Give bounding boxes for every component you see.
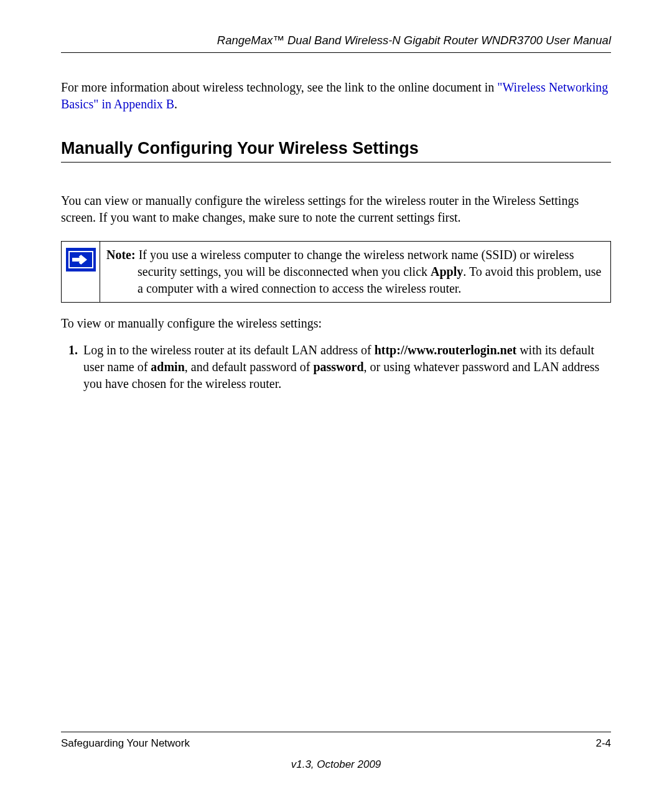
arrow-right-icon: [66, 248, 96, 271]
header-title: RangeMax™ Dual Band Wireless-N Gigabit R…: [217, 34, 611, 47]
footer-left: Safeguarding Your Network: [61, 737, 190, 750]
page-footer: Safeguarding Your Network 2-4 v1.3, Octo…: [61, 732, 611, 771]
footer-page-number: 2-4: [595, 737, 611, 750]
list-item: Log in to the wireless router at its def…: [81, 342, 611, 392]
section-heading: Manually Configuring Your Wireless Setti…: [61, 139, 611, 163]
svg-rect-2: [72, 258, 82, 262]
instruction-paragraph: To view or manually configure the wirele…: [61, 315, 611, 332]
intro-prefix: For more information about wireless tech…: [61, 80, 497, 94]
note-bold-apply: Apply: [431, 265, 463, 278]
li-bold-password: password: [313, 360, 363, 374]
intro-paragraph: For more information about wireless tech…: [61, 79, 611, 113]
intro-suffix: .: [174, 97, 177, 111]
li-text-1: Log in to the wireless router at its def…: [83, 343, 375, 357]
li-text-3: , and default password of: [185, 360, 314, 374]
footer-line: Safeguarding Your Network 2-4: [61, 732, 611, 750]
step-list: Log in to the wireless router at its def…: [61, 342, 611, 392]
note-text: Note: If you use a wireless computer to …: [100, 242, 610, 302]
li-bold-admin: admin: [151, 360, 184, 374]
note-icon-cell: [62, 242, 100, 302]
note-label: Note:: [106, 248, 136, 262]
li-bold-url: http://www.routerlogin.net: [375, 343, 517, 357]
document-page: RangeMax™ Dual Band Wireless-N Gigabit R…: [0, 0, 672, 807]
page-header: RangeMax™ Dual Band Wireless-N Gigabit R…: [61, 34, 611, 53]
body-paragraph-1: You can view or manually configure the w…: [61, 192, 611, 226]
footer-version: v1.3, October 2009: [61, 758, 611, 771]
note-box: Note: If you use a wireless computer to …: [61, 241, 611, 303]
